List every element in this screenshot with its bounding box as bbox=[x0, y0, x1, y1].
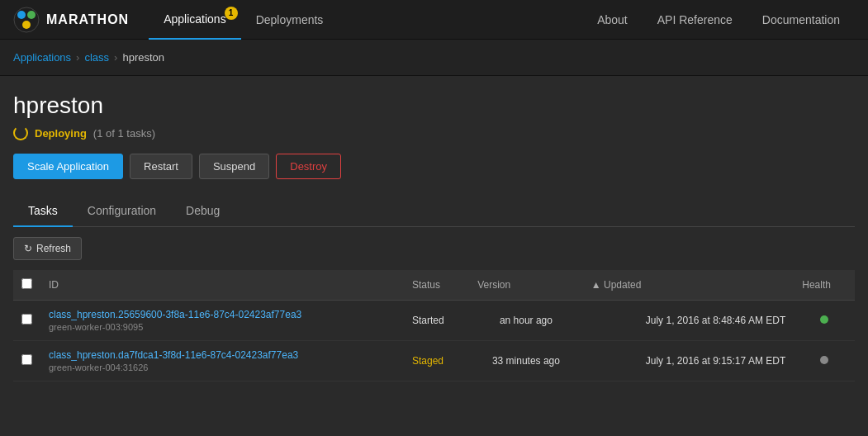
th-health: Health bbox=[794, 270, 855, 301]
nav-left: Applications 1 Deployments bbox=[149, 0, 338, 40]
row-1-checkbox[interactable] bbox=[21, 314, 32, 325]
row-2-status: Staged bbox=[412, 355, 443, 367]
row-2-status-cell: Staged bbox=[404, 341, 469, 382]
deploying-spinner-icon bbox=[13, 126, 28, 140]
row-1-health-icon bbox=[820, 315, 828, 324]
button-row: Scale Application Restart Suspend Destro… bbox=[13, 154, 855, 179]
restart-button[interactable]: Restart bbox=[130, 154, 192, 179]
row-2-checkbox-cell bbox=[13, 341, 40, 382]
nav-item-documentation[interactable]: Documentation bbox=[747, 0, 855, 40]
nav-item-about[interactable]: About bbox=[582, 0, 643, 40]
nav-item-deployments[interactable]: Deployments bbox=[241, 0, 339, 40]
breadcrumb-sep-1: › bbox=[76, 51, 79, 64]
row-1-version-cell: an hour ago bbox=[469, 301, 583, 341]
tab-debug[interactable]: Debug bbox=[171, 196, 235, 227]
table-body: class_hpreston.25659600-3f8a-11e6-87c4-0… bbox=[13, 301, 855, 382]
breadcrumb-applications[interactable]: Applications bbox=[13, 51, 71, 64]
svg-point-2 bbox=[27, 11, 36, 19]
row-2-checkbox[interactable] bbox=[21, 354, 32, 365]
tasks-panel: ↻ Refresh ID Status Version bbox=[13, 227, 855, 382]
nav-item-applications[interactable]: Applications 1 bbox=[149, 0, 241, 40]
svg-point-1 bbox=[17, 11, 26, 19]
refresh-icon: ↻ bbox=[24, 243, 32, 254]
suspend-button[interactable]: Suspend bbox=[199, 154, 269, 179]
row-1-task-host: green-worker-003:9095 bbox=[49, 322, 396, 332]
main: hpreston Deploying (1 of 1 tasks) Scale … bbox=[0, 76, 868, 382]
table-row: class_hpreston.25659600-3f8a-11e6-87c4-0… bbox=[13, 301, 855, 341]
nav-badge-applications: 1 bbox=[225, 7, 238, 20]
refresh-button[interactable]: ↻ Refresh bbox=[13, 237, 82, 260]
row-2-id-cell: class_hpreston.da7fdca1-3f8d-11e6-87c4-0… bbox=[40, 341, 404, 382]
app-status: Deploying bbox=[35, 127, 87, 140]
row-1-id-cell: class_hpreston.25659600-3f8a-11e6-87c4-0… bbox=[40, 301, 404, 341]
app-title: hpreston bbox=[13, 92, 855, 119]
row-2-updated-cell: July 1, 2016 at 9:15:17 AM EDT bbox=[583, 341, 794, 382]
row-2-version-cell: 33 minutes ago bbox=[469, 341, 583, 382]
row-1-health-cell bbox=[794, 301, 855, 341]
row-2-health-cell bbox=[794, 341, 855, 382]
scale-application-button[interactable]: Scale Application bbox=[13, 154, 123, 179]
logo-text: MARATHON bbox=[46, 12, 129, 27]
nav-right: About API Reference Documentation bbox=[582, 0, 855, 40]
row-1-updated-cell: July 1, 2016 at 8:48:46 AM EDT bbox=[583, 301, 794, 341]
tasks-count: (1 of 1 tasks) bbox=[93, 127, 155, 140]
row-2-task-host: green-worker-004:31626 bbox=[49, 363, 396, 372]
marathon-logo-icon bbox=[13, 7, 40, 33]
tab-configuration[interactable]: Configuration bbox=[73, 196, 171, 227]
row-2-task-id[interactable]: class_hpreston.da7fdca1-3f8d-11e6-87c4-0… bbox=[49, 349, 396, 361]
tasks-table: ID Status Version ▲ Updated Health bbox=[13, 270, 855, 382]
destroy-button[interactable]: Destroy bbox=[276, 154, 341, 179]
table-row: class_hpreston.da7fdca1-3f8d-11e6-87c4-0… bbox=[13, 341, 855, 382]
breadcrumb-sep-2: › bbox=[114, 51, 117, 64]
tab-tasks[interactable]: Tasks bbox=[13, 196, 73, 227]
tabs: Tasks Configuration Debug bbox=[13, 196, 855, 227]
row-1-updated: July 1, 2016 at 8:48:46 AM EDT bbox=[646, 315, 785, 326]
row-1-task-id[interactable]: class_hpreston.25659600-3f8a-11e6-87c4-0… bbox=[49, 309, 396, 320]
th-status: Status bbox=[404, 270, 469, 301]
nav-item-api-reference[interactable]: API Reference bbox=[643, 0, 747, 40]
refresh-label: Refresh bbox=[36, 243, 71, 254]
logo: MARATHON bbox=[13, 7, 129, 33]
th-version: Version bbox=[469, 270, 583, 301]
svg-point-3 bbox=[22, 21, 31, 29]
select-all-checkbox[interactable] bbox=[21, 278, 32, 289]
th-updated[interactable]: ▲ Updated bbox=[583, 270, 794, 301]
row-2-health-icon bbox=[820, 356, 828, 364]
th-checkbox bbox=[13, 270, 40, 301]
th-id: ID bbox=[40, 270, 404, 301]
status-row: Deploying (1 of 1 tasks) bbox=[13, 126, 855, 140]
sort-arrow-icon: ▲ bbox=[591, 279, 604, 291]
row-1-status: Started bbox=[412, 315, 444, 326]
header: MARATHON Applications 1 Deployments Abou… bbox=[0, 0, 868, 40]
table-header: ID Status Version ▲ Updated Health bbox=[13, 270, 855, 301]
breadcrumb: Applications › class › hpreston bbox=[0, 40, 868, 76]
row-2-updated: July 1, 2016 at 9:15:17 AM EDT bbox=[646, 355, 785, 367]
row-1-status-cell: Started bbox=[404, 301, 469, 341]
breadcrumb-current: hpreston bbox=[122, 51, 164, 64]
breadcrumb-class[interactable]: class bbox=[84, 51, 109, 64]
row-1-checkbox-cell bbox=[13, 301, 40, 341]
row-2-version: 33 minutes ago bbox=[492, 355, 560, 367]
row-1-version: an hour ago bbox=[500, 315, 553, 326]
